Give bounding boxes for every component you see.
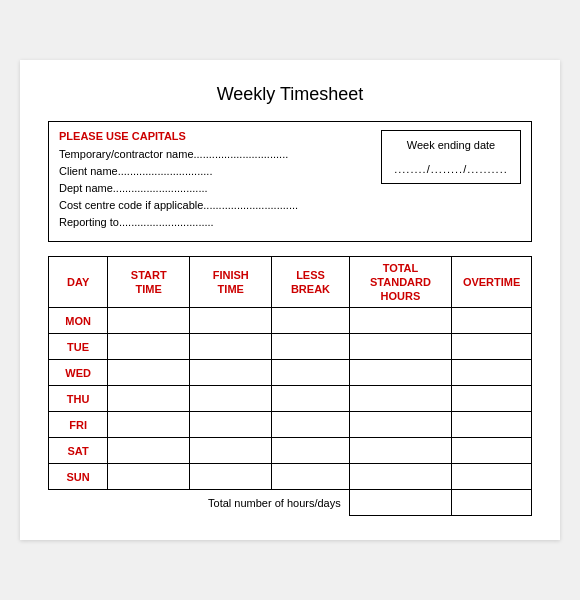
field-costcentre: Cost centre code if applicable..........…: [59, 199, 365, 211]
header-start: STARTTIME: [108, 256, 190, 308]
less-break-cell[interactable]: [272, 334, 349, 360]
start-time-cell[interactable]: [108, 334, 190, 360]
overtime-cell[interactable]: [452, 438, 532, 464]
less-break-cell[interactable]: [272, 464, 349, 490]
finish-time-cell[interactable]: [190, 438, 272, 464]
table-row: SAT: [49, 438, 532, 464]
total-hours-cell[interactable]: [349, 308, 452, 334]
less-break-cell[interactable]: [272, 412, 349, 438]
table-row: WED: [49, 360, 532, 386]
header-less: LESSBREAK: [272, 256, 349, 308]
field-client: Client name.............................…: [59, 165, 365, 177]
finish-time-cell[interactable]: [190, 386, 272, 412]
day-label: THU: [49, 386, 108, 412]
page-title: Weekly Timesheet: [48, 84, 532, 105]
total-row: Total number of hours/days: [49, 490, 532, 516]
header-day: DAY: [49, 256, 108, 308]
total-hours-cell[interactable]: [349, 464, 452, 490]
less-break-cell[interactable]: [272, 438, 349, 464]
header-overtime: OVERTIME: [452, 256, 532, 308]
start-time-cell[interactable]: [108, 308, 190, 334]
week-ending-label: Week ending date: [390, 139, 512, 151]
day-label: TUE: [49, 334, 108, 360]
table-row: THU: [49, 386, 532, 412]
overtime-cell[interactable]: [452, 308, 532, 334]
timesheet-table: DAY STARTTIME FINISHTIME LESSBREAK TOTAL…: [48, 256, 532, 517]
finish-time-cell[interactable]: [190, 464, 272, 490]
total-hours-cell[interactable]: [349, 334, 452, 360]
header-total: TOTALSTANDARDHOURS: [349, 256, 452, 308]
overtime-cell[interactable]: [452, 386, 532, 412]
less-break-cell[interactable]: [272, 360, 349, 386]
table-row: FRI: [49, 412, 532, 438]
table-row: MON: [49, 308, 532, 334]
overtime-cell[interactable]: [452, 360, 532, 386]
start-time-cell[interactable]: [108, 464, 190, 490]
info-box: PLEASE USE CAPITALS Temporary/contractor…: [48, 121, 532, 242]
less-break-cell[interactable]: [272, 386, 349, 412]
total-hours-cell[interactable]: [349, 438, 452, 464]
week-ending-value: ......../......../..........: [390, 163, 512, 175]
finish-time-cell[interactable]: [190, 412, 272, 438]
day-label: SUN: [49, 464, 108, 490]
start-time-cell[interactable]: [108, 386, 190, 412]
finish-time-cell[interactable]: [190, 334, 272, 360]
day-label: MON: [49, 308, 108, 334]
day-label: WED: [49, 360, 108, 386]
header-finish: FINISHTIME: [190, 256, 272, 308]
total-overtime-value[interactable]: [452, 490, 532, 516]
overtime-cell[interactable]: [452, 412, 532, 438]
finish-time-cell[interactable]: [190, 360, 272, 386]
info-left: PLEASE USE CAPITALS Temporary/contractor…: [59, 130, 365, 233]
overtime-cell[interactable]: [452, 334, 532, 360]
less-break-cell[interactable]: [272, 308, 349, 334]
timesheet-page: Weekly Timesheet PLEASE USE CAPITALS Tem…: [20, 60, 560, 541]
day-label: SAT: [49, 438, 108, 464]
total-label: Total number of hours/days: [49, 490, 350, 516]
table-row: TUE: [49, 334, 532, 360]
start-time-cell[interactable]: [108, 412, 190, 438]
total-hours-cell[interactable]: [349, 360, 452, 386]
day-label: FRI: [49, 412, 108, 438]
field-reporting: Reporting to............................…: [59, 216, 365, 228]
info-header: PLEASE USE CAPITALS: [59, 130, 365, 142]
total-hours-value[interactable]: [349, 490, 452, 516]
field-contractor: Temporary/contractor name...............…: [59, 148, 365, 160]
start-time-cell[interactable]: [108, 360, 190, 386]
table-row: SUN: [49, 464, 532, 490]
finish-time-cell[interactable]: [190, 308, 272, 334]
field-dept: Dept name...............................: [59, 182, 365, 194]
start-time-cell[interactable]: [108, 438, 190, 464]
overtime-cell[interactable]: [452, 464, 532, 490]
total-hours-cell[interactable]: [349, 386, 452, 412]
total-hours-cell[interactable]: [349, 412, 452, 438]
week-ending-box: Week ending date ......../......../.....…: [381, 130, 521, 184]
